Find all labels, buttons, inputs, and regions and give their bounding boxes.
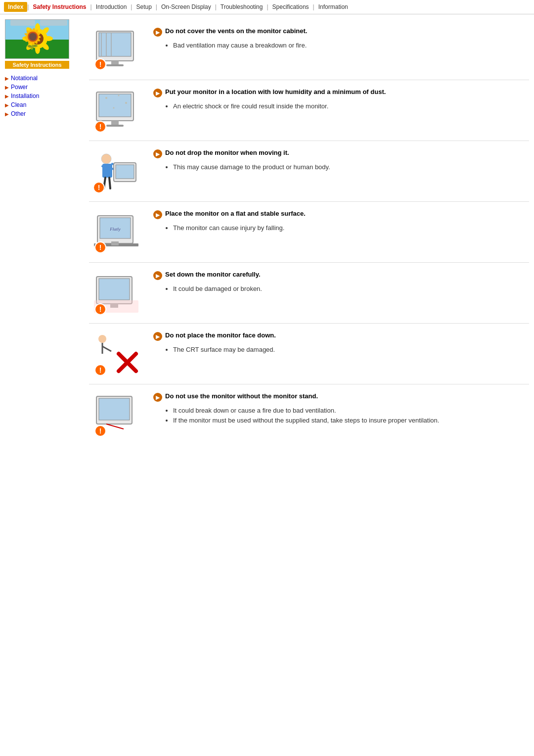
item-text-7: ▶ Do not use the monitor without the mon… [153,392,529,425]
svg-text:!: ! [99,243,102,251]
item-text-1: ▶ Do not cover the vents on the monitor … [153,27,529,50]
sidebar-item-label: Power [11,84,28,91]
bullet-item: Bad ventilation may cause a breakdown or… [173,41,529,50]
sidebar-item-installation[interactable]: ▶ Installation [5,92,79,100]
arrow-icon: ▶ [5,102,9,108]
item-text-5: ▶ Set down the monitor carefully. It cou… [153,271,529,294]
svg-rect-25 [111,121,119,125]
svg-text:!: ! [99,123,102,131]
safety-item-2: ! ▶ Put your monitor in a location with … [89,80,529,141]
sidebar-label: Safety Instructions [5,61,69,69]
svg-rect-64 [99,398,130,420]
bullet-item-7a: It could break down or cause a fire due … [173,406,529,416]
illustration-5: ! [89,271,143,315]
info-icon-6: ▶ [153,332,162,341]
monitor-move-svg: ! [91,149,141,193]
svg-point-10 [22,36,31,41]
item-text-6: ▶ Do not place the monitor face down. Th… [153,331,529,355]
svg-point-11 [25,26,35,36]
sidebar-item-clean[interactable]: ▶ Clean [5,100,79,109]
safety-item-6: ! ▶ Do not place the monitor face down. … [89,324,529,384]
nav-item-troubleshooting[interactable]: Troubleshooting [217,2,267,12]
svg-text:!: ! [99,305,102,313]
item-title-6: ▶ Do not place the monitor face down. [153,331,529,341]
nav-item-setup[interactable]: Setup [132,2,155,12]
sidebar-item-label: Installation [11,93,39,99]
svg-rect-46 [111,241,119,245]
svg-point-30 [113,107,115,109]
arrow-icon: ▶ [5,94,9,99]
svg-text:Flatly: Flatly [109,227,121,232]
nav-item-osd[interactable]: On-Screen Display [157,2,215,12]
info-icon-2: ▶ [153,89,162,97]
bullet-item: An electric shock or fire could result i… [173,101,529,111]
svg-point-9 [25,42,35,51]
sidebar-item-notational[interactable]: ▶ Notational [5,74,79,83]
item-title-3: ▶ Do not drop the monitor when moving it… [153,149,529,158]
item-title-5: ▶ Set down the monitor carefully. [153,271,529,280]
item-bullets-5: It could be damaged or broken. [165,284,529,294]
info-icon-4: ▶ [153,210,162,219]
nav-item-specs[interactable]: Specifications [268,2,313,12]
svg-rect-20 [106,64,124,66]
item-text-4: ▶ Place the monitor on a flat and stable… [153,210,529,233]
sidebar-item-other[interactable]: ▶ Other [5,109,79,118]
svg-point-3 [32,33,44,45]
svg-point-2 [28,29,47,48]
svg-point-27 [105,97,107,99]
sidebar: Safety Instructions ▶ Notational ▶ Power… [5,19,84,445]
bullet-item: The monitor can cause injury by falling. [173,223,529,233]
navbar: Index | Safety Instructions | Introducti… [0,0,534,14]
illustration-6: ! [89,331,143,376]
nav-item-index[interactable]: Index [4,2,27,12]
svg-rect-15 [99,33,131,56]
illustration-3: ! [89,149,143,193]
monitor-flat-svg: Flatly ! [91,210,141,254]
illustration-7: ! [89,392,143,437]
nav-item-safety[interactable]: Safety Instructions [29,2,90,12]
svg-rect-1 [5,40,69,59]
item-title-2: ▶ Put your monitor in a location with lo… [153,88,529,97]
sidebar-hero-image [5,20,69,59]
svg-text:!: ! [98,184,100,191]
item-heading-2: Put your monitor in a location with low … [165,88,386,95]
monitor-vent-svg: ! [91,29,141,71]
svg-point-58 [98,335,106,343]
safety-item-7: ! ▶ Do not use the monitor without the m… [89,384,529,445]
svg-point-28 [118,95,120,96]
item-title-1: ▶ Do not cover the vents on the monitor … [153,27,529,37]
svg-line-60 [102,346,111,351]
monitor-facedown-svg: ! [91,331,141,376]
bullet-item: It could be damaged or broken. [173,284,529,294]
svg-rect-19 [111,61,119,65]
svg-text:!: ! [99,427,102,435]
sidebar-item-label: Other [11,110,26,117]
svg-rect-13 [40,20,67,26]
sidebar-item-power[interactable]: ▶ Power [5,83,79,92]
item-text-3: ▶ Do not drop the monitor when moving it… [153,149,529,172]
arrow-icon: ▶ [5,111,9,117]
item-heading-3: Do not drop the monitor when moving it. [165,149,289,156]
safety-item-5: ! ▶ Set down the monitor carefully. It c… [89,263,529,324]
item-heading-6: Do not place the monitor face down. [165,331,276,339]
svg-line-36 [109,178,110,189]
svg-rect-24 [99,94,131,117]
nav-item-info[interactable]: Information [314,2,352,12]
item-bullets-7: It could break down or cause a fire due … [165,406,529,425]
item-title-4: ▶ Place the monitor on a flat and stable… [153,210,529,219]
illustration-1: ! [89,27,143,72]
item-bullets-6: The CRT surface may be damaged. [165,345,529,355]
svg-rect-12 [10,20,35,26]
illustration-4: Flatly ! [89,210,143,254]
svg-rect-26 [106,125,124,127]
item-bullets-2: An electric shock or fire could result i… [165,101,529,111]
nav-item-intro[interactable]: Introduction [92,2,131,12]
sidebar-nav: ▶ Notational ▶ Power ▶ Installation ▶ Cl… [5,74,79,118]
bullet-item: This may cause damage to the product or … [173,162,529,172]
safety-item-4: Flatly ! ▶ Place the monitor on a flat a… [89,202,529,263]
monitor-stand-svg: ! [91,392,141,437]
arrow-icon: ▶ [5,76,9,81]
item-heading-5: Set down the monitor carefully. [165,271,261,278]
info-icon-3: ▶ [153,149,162,158]
monitor-dust-svg: ! [91,88,141,133]
